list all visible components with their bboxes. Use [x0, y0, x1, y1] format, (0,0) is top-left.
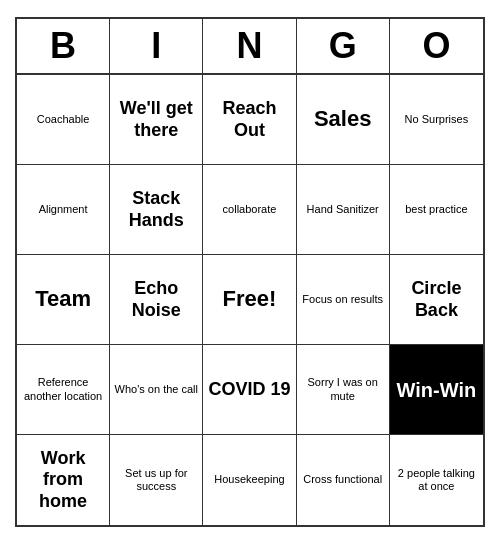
bingo-cell-1: We'll get there — [110, 75, 203, 165]
bingo-card: BINGO CoachableWe'll get thereReach OutS… — [15, 17, 485, 527]
bingo-cell-9: best practice — [390, 165, 483, 255]
bingo-cell-6: Stack Hands — [110, 165, 203, 255]
bingo-cell-2: Reach Out — [203, 75, 296, 165]
bingo-cell-8: Hand Sanitizer — [297, 165, 390, 255]
bingo-cell-text-1: We'll get there — [114, 98, 198, 141]
bingo-cell-0: Coachable — [17, 75, 110, 165]
bingo-cell-24: 2 people talking at once — [390, 435, 483, 525]
bingo-cell-19: Win-Win — [390, 345, 483, 435]
bingo-letter-i: I — [110, 19, 203, 73]
bingo-cell-text-23: Cross functional — [303, 473, 382, 486]
bingo-cell-18: Sorry I was on mute — [297, 345, 390, 435]
bingo-cell-22: Housekeeping — [203, 435, 296, 525]
bingo-cell-text-3: Sales — [314, 106, 372, 132]
bingo-cell-7: collaborate — [203, 165, 296, 255]
bingo-cell-text-22: Housekeeping — [214, 473, 284, 486]
bingo-cell-20: Work from home — [17, 435, 110, 525]
bingo-cell-text-8: Hand Sanitizer — [307, 203, 379, 216]
bingo-cell-3: Sales — [297, 75, 390, 165]
bingo-cell-text-16: Who's on the call — [115, 383, 198, 396]
bingo-cell-text-7: collaborate — [223, 203, 277, 216]
bingo-cell-12: Free! — [203, 255, 296, 345]
bingo-cell-text-4: No Surprises — [405, 113, 469, 126]
bingo-cell-17: COVID 19 — [203, 345, 296, 435]
bingo-cell-text-21: Set us up for success — [114, 467, 198, 493]
bingo-cell-14: Circle Back — [390, 255, 483, 345]
bingo-cell-text-15: Reference another location — [21, 376, 105, 402]
bingo-cell-5: Alignment — [17, 165, 110, 255]
bingo-letter-b: B — [17, 19, 110, 73]
bingo-cell-text-5: Alignment — [39, 203, 88, 216]
bingo-cell-text-19: Win-Win — [397, 378, 477, 402]
bingo-cell-text-12: Free! — [223, 286, 277, 312]
bingo-cell-4: No Surprises — [390, 75, 483, 165]
bingo-letter-o: O — [390, 19, 483, 73]
bingo-cell-text-20: Work from home — [21, 448, 105, 513]
bingo-cell-10: Team — [17, 255, 110, 345]
bingo-header: BINGO — [17, 19, 483, 75]
bingo-cell-text-17: COVID 19 — [208, 379, 290, 401]
bingo-cell-text-2: Reach Out — [207, 98, 291, 141]
bingo-cell-16: Who's on the call — [110, 345, 203, 435]
bingo-cell-text-14: Circle Back — [394, 278, 479, 321]
bingo-cell-text-13: Focus on results — [302, 293, 383, 306]
bingo-grid: CoachableWe'll get thereReach OutSalesNo… — [17, 75, 483, 525]
bingo-cell-text-18: Sorry I was on mute — [301, 376, 385, 402]
bingo-cell-text-11: Echo Noise — [114, 278, 198, 321]
bingo-cell-13: Focus on results — [297, 255, 390, 345]
bingo-letter-g: G — [297, 19, 390, 73]
bingo-cell-text-24: 2 people talking at once — [394, 467, 479, 493]
bingo-cell-text-0: Coachable — [37, 113, 90, 126]
bingo-cell-15: Reference another location — [17, 345, 110, 435]
bingo-cell-text-10: Team — [35, 286, 91, 312]
bingo-cell-23: Cross functional — [297, 435, 390, 525]
bingo-cell-21: Set us up for success — [110, 435, 203, 525]
bingo-cell-text-6: Stack Hands — [114, 188, 198, 231]
bingo-cell-text-9: best practice — [405, 203, 467, 216]
bingo-letter-n: N — [203, 19, 296, 73]
bingo-cell-11: Echo Noise — [110, 255, 203, 345]
